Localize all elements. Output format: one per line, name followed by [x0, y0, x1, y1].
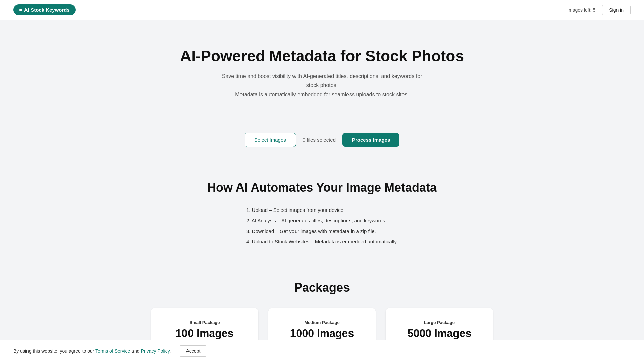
hero-subtitle: Save time and boost visibility with AI-g…	[221, 72, 423, 99]
images-left-counter: Images left: 5	[567, 7, 595, 13]
package-label: Small Package	[164, 320, 245, 325]
navbar-right: Images left: 5 Sign in	[567, 5, 631, 15]
select-images-button[interactable]: Select Images	[245, 133, 296, 147]
hero-subtitle-line2: Metadata is automatically embedded for s…	[235, 92, 409, 97]
step-item: 4. Upload to Stock Websites – Metadata i…	[246, 236, 398, 247]
step-item: 3. Download – Get your images with metad…	[246, 226, 398, 237]
package-label: Medium Package	[282, 320, 362, 325]
action-row: Select Images 0 files selected Process I…	[0, 119, 644, 167]
step-item: 2. AI Analysis – AI generates titles, de…	[246, 215, 398, 226]
hero-subtitle-line1: Save time and boost visibility with AI-g…	[222, 73, 422, 88]
sign-in-button[interactable]: Sign in	[602, 5, 631, 15]
package-count: 1000 Images	[282, 327, 362, 340]
privacy-policy-link[interactable]: Privacy Policy	[141, 348, 170, 354]
hero-title: AI-Powered Metadata for Stock Photos	[13, 47, 631, 65]
logo-badge[interactable]: AI Stock Keywords	[13, 4, 76, 15]
cookie-text: By using this website, you agree to our …	[13, 348, 171, 354]
logo-label: AI Stock Keywords	[24, 7, 70, 13]
how-section: How AI Automates Your Image Metadata 1. …	[0, 167, 644, 267]
package-count: 5000 Images	[399, 327, 480, 340]
cookie-banner: By using this website, you agree to our …	[0, 340, 644, 362]
files-selected-text: 0 files selected	[303, 137, 336, 143]
packages-title: Packages	[13, 281, 631, 295]
terms-of-service-link[interactable]: Terms of Service	[95, 348, 130, 354]
cookie-and-text: and	[131, 348, 139, 354]
step-item: 1. Upload – Select images from your devi…	[246, 205, 398, 216]
package-count: 100 Images	[164, 327, 245, 340]
steps-list: 1. Upload – Select images from your devi…	[246, 205, 398, 247]
accept-button[interactable]: Accept	[179, 345, 207, 357]
how-section-title: How AI Automates Your Image Metadata	[13, 181, 631, 195]
navbar: AI Stock Keywords Images left: 5 Sign in	[0, 0, 644, 20]
logo-dot-icon	[19, 9, 22, 11]
process-images-button[interactable]: Process Images	[342, 133, 399, 147]
cookie-period: .	[170, 348, 171, 354]
package-label: Large Package	[399, 320, 480, 325]
cookie-text-before: By using this website, you agree to our	[13, 348, 94, 354]
hero-section: AI-Powered Metadata for Stock Photos Sav…	[0, 20, 644, 119]
